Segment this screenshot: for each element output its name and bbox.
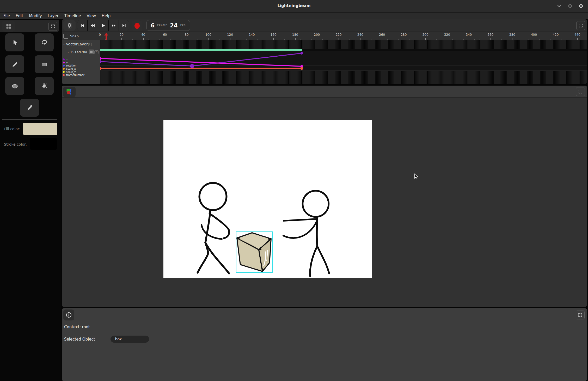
ruler-tick [273, 38, 274, 40]
menu-item-view[interactable]: View [84, 13, 99, 19]
ruler-label: 160 [271, 33, 277, 37]
canvas-header [62, 86, 587, 98]
property-name: scale_x [66, 67, 76, 70]
ruler-tick [469, 38, 469, 40]
collapse-triangle-icon[interactable]: ▾ [63, 43, 65, 46]
play-button[interactable] [98, 20, 108, 31]
stage-canvas[interactable] [163, 120, 372, 278]
playhead[interactable] [104, 33, 108, 41]
ruler-tick [187, 38, 187, 40]
collapse-triangle-icon[interactable]: ▾ [68, 51, 69, 53]
ruler-label: 320 [444, 33, 450, 37]
skip-end-icon [121, 23, 127, 28]
paint-bucket-tool-button[interactable] [35, 77, 54, 95]
fps-number[interactable]: 24 [170, 22, 177, 29]
grid-view-button[interactable] [2, 21, 15, 32]
menu-item-edit[interactable]: Edit [13, 13, 26, 19]
info-tab-button[interactable] [63, 309, 74, 320]
animation-curves[interactable] [100, 51, 587, 71]
property-row-scale_y[interactable]: scale_y [62, 70, 100, 73]
ruler-tick [165, 38, 165, 40]
skip-end-button[interactable] [119, 20, 129, 31]
property-row-rotation[interactable]: rotation [62, 64, 100, 67]
pencil-tool-button[interactable] [5, 55, 24, 73]
playback-controls [77, 20, 129, 31]
record-button[interactable] [132, 20, 142, 31]
window-title: Lightningbeam [0, 0, 588, 12]
canvas-expand-button[interactable] [576, 87, 585, 96]
grid-icon [5, 23, 12, 29]
stroke-color-label: Stroke color: [4, 142, 27, 146]
ruler-tick [556, 38, 556, 40]
paint-bucket-icon [40, 82, 48, 90]
fast-forward-button[interactable] [109, 20, 119, 31]
select-tool-button[interactable] [5, 33, 24, 51]
frame-number[interactable]: 6 [151, 22, 155, 29]
diamond-icon [568, 4, 572, 8]
sublayer-swatch-button[interactable] [89, 50, 94, 54]
menu-item-help[interactable]: Help [99, 13, 113, 19]
timeline-ruler[interactable]: 0204060801001201401601802002202402602803… [100, 32, 587, 40]
ruler-tick [230, 38, 230, 40]
property-row-scale_x[interactable]: scale_x [62, 67, 100, 70]
property-color-dot [63, 58, 65, 60]
close-button[interactable] [579, 4, 583, 8]
info-icon [65, 312, 72, 318]
timeline-tracks[interactable] [100, 40, 587, 84]
property-name: x [66, 58, 68, 61]
ruler-tick [382, 38, 382, 40]
property-color-dot [63, 71, 65, 73]
fill-color-label: Fill color: [4, 127, 20, 131]
minimize-button[interactable] [557, 4, 561, 8]
sidebar-expand-button[interactable] [48, 22, 57, 31]
chevron-down-icon [557, 4, 561, 8]
ruler-label: 0 [99, 33, 101, 37]
property-row-frameNumber[interactable]: frameNumber [62, 73, 100, 76]
skip-start-button[interactable] [77, 20, 87, 31]
property-color-dot [63, 74, 65, 76]
frame-stripes-bottom [100, 71, 587, 84]
property-row-x[interactable]: x [62, 58, 100, 61]
keyframe-dot-y [100, 57, 101, 60]
property-row-y[interactable]: y [62, 61, 100, 64]
transform-tool-button[interactable] [35, 33, 54, 51]
ruler-label: 220 [336, 33, 342, 37]
sidebar-divider [2, 119, 57, 120]
layer-span-bar[interactable] [100, 49, 302, 51]
menu-item-modify[interactable]: Modify [26, 13, 45, 19]
stick-figure-right [283, 191, 329, 276]
timeline-expand-button[interactable] [576, 21, 585, 30]
context-label: Context: root [64, 325, 90, 329]
canvas-tab-button[interactable] [63, 87, 76, 97]
menu-item-layer[interactable]: Layer [45, 13, 62, 19]
snap-label: Snap [70, 34, 79, 38]
canvas-panel [62, 86, 587, 307]
rewind-button[interactable] [88, 20, 98, 31]
ruler-label: 80 [185, 33, 188, 37]
menu-item-timeline[interactable]: Timeline [62, 13, 84, 19]
timeline-tab-button[interactable] [63, 20, 76, 31]
property-name: rotation [66, 64, 76, 67]
info-expand-button[interactable] [576, 311, 585, 319]
menu-item-file[interactable]: File [1, 13, 13, 19]
layer-row[interactable]: ▾ VectorLayer [L] [62, 41, 100, 47]
maximize-button[interactable] [568, 4, 572, 8]
keyframe-dot-frameNumber [300, 67, 303, 70]
ruler-label: 140 [249, 33, 255, 37]
app-window: Lightningbeam FileEditModifyLayerTimelin… [0, 0, 588, 381]
play-icon [100, 23, 106, 28]
ellipse-tool-button[interactable] [5, 77, 24, 95]
snap-checkbox[interactable] [63, 34, 68, 39]
rectangle-tool-button[interactable] [35, 55, 54, 73]
sublayer-curve-toggle[interactable]: ~ [94, 50, 99, 54]
fill-color-swatch[interactable] [23, 123, 57, 135]
sublayer-name: 151ad70a... [70, 50, 90, 54]
stroke-color-swatch[interactable] [30, 138, 57, 150]
ruler-tick [208, 38, 209, 40]
property-color-dot [63, 65, 65, 67]
sidebar-top-strip [0, 20, 59, 32]
selected-object-value[interactable]: box [111, 336, 149, 343]
ruler-tick [295, 38, 296, 40]
expand-icon [578, 23, 583, 28]
eyedropper-tool-button[interactable] [20, 99, 39, 117]
